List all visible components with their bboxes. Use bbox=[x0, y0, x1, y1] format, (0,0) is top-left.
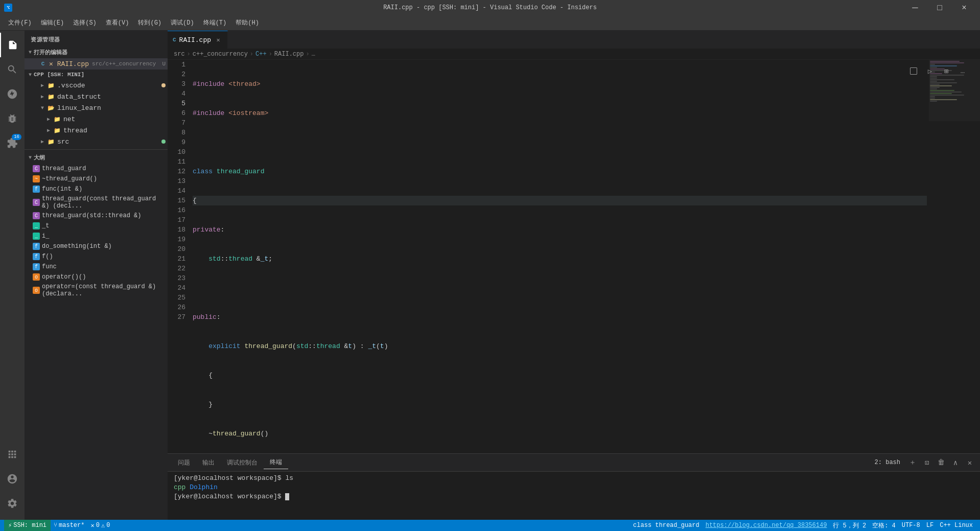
outline-op-assign[interactable]: o operator=(const thread_guard &) (decla… bbox=[25, 282, 168, 298]
outline-func[interactable]: f func(int &) bbox=[25, 184, 168, 194]
restore-button[interactable]: □ bbox=[928, 0, 951, 15]
statusbar-encoding[interactable]: UTF-8 bbox=[899, 520, 923, 531]
statusbar-link[interactable]: https://blog.csdn.net/qq_38356149 bbox=[703, 520, 830, 531]
maximize-panel-icon[interactable]: ∧ bbox=[949, 456, 962, 469]
terminal-tab-problems[interactable]: 问题 bbox=[172, 456, 196, 469]
run-icon[interactable]: ▷ bbox=[923, 64, 937, 78]
terminal-content[interactable]: [yker@localhost workspace]$ ls cpp Dolph… bbox=[168, 472, 980, 520]
outline-i[interactable]: _ i_ bbox=[25, 231, 168, 241]
statusbar-symbol[interactable]: class thread_guard bbox=[630, 520, 703, 531]
outline-icon-do: f bbox=[33, 243, 40, 250]
cpp-file-icon: C bbox=[39, 60, 47, 68]
editor-area: C RAII.cpp ✕ ▷ ⊞ … src › c++_concurrency… bbox=[168, 31, 980, 520]
breadcrumb-src[interactable]: src bbox=[174, 51, 185, 58]
statusbar-ssh[interactable]: ⚡ SSH: mini bbox=[4, 520, 51, 531]
breadcrumb-concurrency[interactable]: c++_concurrency bbox=[193, 51, 248, 58]
outline-icon-op: o bbox=[33, 273, 40, 281]
workspace-header[interactable]: ▼ CPP [SSH: MINI] bbox=[25, 70, 168, 80]
menu-item-查看V[interactable]: 查看(V) bbox=[102, 16, 133, 29]
activity-debug[interactable] bbox=[0, 106, 25, 131]
folder-arrow5: ▶ bbox=[47, 127, 53, 133]
outline-ctor-label: thread_guard(std::thread &) bbox=[42, 212, 141, 219]
outline-func2[interactable]: f func bbox=[25, 262, 168, 272]
code-line-8 bbox=[193, 283, 927, 293]
outline-arrow: ▼ bbox=[29, 155, 32, 160]
terminal-tab-debug[interactable]: 调试控制台 bbox=[221, 456, 264, 469]
menu-item-帮助H[interactable]: 帮助(H) bbox=[231, 16, 263, 29]
menu-item-选择S[interactable]: 选择(S) bbox=[69, 16, 101, 29]
open-file-raii[interactable]: C ✕ RAII.cpp src/c++_concurrency U bbox=[25, 58, 168, 70]
minimize-button[interactable]: ─ bbox=[903, 0, 927, 15]
terminal-tab-output[interactable]: 输出 bbox=[196, 456, 221, 469]
ln-26: 26 bbox=[168, 303, 191, 312]
outline-icon-op2: o bbox=[33, 287, 40, 294]
open-file-path: src/c++_concurrency bbox=[92, 61, 156, 67]
code-content[interactable]: #include <thread> #include <iostream> cl… bbox=[191, 60, 929, 453]
activity-extensions[interactable]: 16 bbox=[0, 131, 25, 155]
menu-item-转到G[interactable]: 转到(G) bbox=[134, 16, 166, 29]
terminal-tab-terminal[interactable]: 终端 bbox=[264, 456, 288, 469]
menu-item-编辑E[interactable]: 编辑(E) bbox=[37, 16, 68, 29]
outline-t[interactable]: _ _t bbox=[25, 221, 168, 231]
menu-item-调试D[interactable]: 调试(D) bbox=[167, 16, 198, 29]
outline-func-label: func(int &) bbox=[42, 186, 82, 193]
breadcrumb-cpp[interactable]: C++ bbox=[255, 51, 267, 58]
activity-search[interactable] bbox=[0, 57, 25, 82]
split-layout-icon[interactable]: ⊞ bbox=[939, 64, 953, 78]
folder-thread[interactable]: ▶ 📁 thread bbox=[25, 125, 168, 136]
folder-net[interactable]: ▶ 📁 net bbox=[25, 113, 168, 125]
ln-4: 4 bbox=[168, 89, 191, 99]
outline-thread-ctor[interactable]: C thread_guard(std::thread &) bbox=[25, 211, 168, 221]
statusbar-spaces[interactable]: 空格: 4 bbox=[869, 520, 899, 531]
outline-header[interactable]: ▼ 大纲 bbox=[25, 152, 168, 164]
tab-raii[interactable]: C RAII.cpp ✕ bbox=[168, 31, 228, 49]
statusbar-right: class thread_guard https://blog.csdn.net… bbox=[630, 520, 976, 531]
statusbar-eol[interactable]: LF bbox=[923, 520, 937, 531]
statusbar-branch[interactable]: ⑂ master* bbox=[51, 520, 87, 531]
ln-27: 27 bbox=[168, 312, 191, 322]
open-editors-header[interactable]: ▼ 打开的编辑器 bbox=[25, 47, 168, 58]
split-terminal-icon[interactable]: ⊡ bbox=[921, 456, 933, 469]
ln-9: 9 bbox=[168, 137, 191, 147]
ln-21: 21 bbox=[168, 254, 191, 264]
menu-item-终端T[interactable]: 终端(T) bbox=[199, 16, 231, 29]
ln-14: 14 bbox=[168, 186, 191, 196]
outline-op-call[interactable]: o operator()() bbox=[25, 272, 168, 282]
ln-3: 3 bbox=[168, 79, 191, 89]
outline-f[interactable]: f f() bbox=[25, 251, 168, 262]
folder-data-struct[interactable]: ▶ 📁 data_struct bbox=[25, 91, 168, 102]
statusbar-language[interactable]: C++ Linux bbox=[937, 520, 976, 531]
folder-vscode[interactable]: ▶ 📁 .vscode bbox=[25, 80, 168, 91]
close-panel-icon[interactable]: ✕ bbox=[964, 456, 976, 469]
statusbar-line-col[interactable]: 行 5，列 2 bbox=[830, 520, 869, 531]
split-editor-icon[interactable] bbox=[906, 64, 921, 78]
close-button[interactable]: × bbox=[952, 0, 976, 15]
activity-remote[interactable] bbox=[0, 442, 25, 467]
outline-thread-guard[interactable]: C thread_guard bbox=[25, 164, 168, 174]
outline-destructor[interactable]: ~ ~thread_guard() bbox=[25, 174, 168, 184]
more-icon[interactable]: … bbox=[955, 64, 970, 78]
breadcrumb-file[interactable]: RAII.cpp bbox=[274, 51, 304, 58]
activity-settings[interactable] bbox=[0, 491, 25, 516]
ln-10: 10 bbox=[168, 147, 191, 157]
outline-do-something[interactable]: f do_something(int &) bbox=[25, 241, 168, 251]
menu-item-文件F[interactable]: 文件(F) bbox=[4, 16, 36, 29]
outline-copy-ctor[interactable]: C thread_guard(const thread_guard &) (de… bbox=[25, 194, 168, 211]
activity-account[interactable] bbox=[0, 467, 25, 491]
tab-close-icon[interactable]: ✕ bbox=[214, 36, 222, 44]
delete-terminal-icon[interactable]: 🗑 bbox=[935, 456, 947, 469]
breadcrumb-ellipsis[interactable]: … bbox=[312, 51, 315, 58]
csdn-link[interactable]: https://blog.csdn.net/qq_38356149 bbox=[706, 522, 827, 529]
activity-git[interactable] bbox=[0, 82, 25, 106]
line-col-label: 行 5，列 2 bbox=[833, 521, 866, 530]
folder-linux-learn[interactable]: ▼ 📂 linux_learn bbox=[25, 102, 168, 113]
code-editor[interactable]: 1 2 3 4 5 6 7 8 9 10 11 12 13 14 15 16 1… bbox=[168, 60, 980, 453]
statusbar-errors[interactable]: ✕ 0 ⚠ 0 bbox=[87, 520, 113, 531]
encoding-label: UTF-8 bbox=[902, 522, 920, 529]
activity-explorer[interactable] bbox=[0, 33, 25, 57]
folder-src[interactable]: ▶ 📁 src bbox=[25, 136, 168, 147]
ssh-name: SSH: mini bbox=[13, 522, 46, 529]
open-file-close[interactable]: U bbox=[162, 61, 166, 67]
new-terminal-icon[interactable]: ＋ bbox=[906, 456, 919, 469]
folder-name6: src bbox=[57, 138, 69, 146]
